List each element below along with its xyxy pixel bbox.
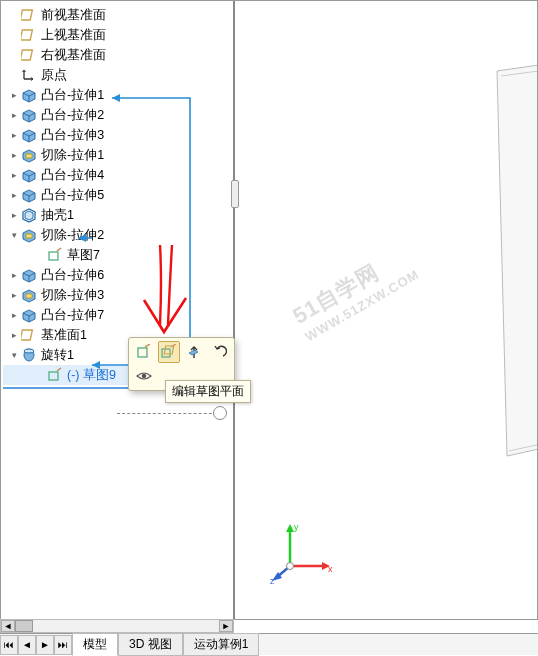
model-geometry xyxy=(487,61,537,461)
tree-label: 上视基准面 xyxy=(41,27,106,44)
plane-icon xyxy=(21,47,37,63)
chevron-right-icon[interactable]: ▸ xyxy=(9,190,19,200)
tree-item-cut[interactable]: ▾切除-拉伸2 xyxy=(3,225,233,245)
tree-item-boss[interactable]: ▸凸台-拉伸6 xyxy=(3,265,233,285)
tree-scroll-horizontal[interactable]: ◄ ► xyxy=(0,619,234,633)
chevron-right-icon[interactable]: ▸ xyxy=(9,90,19,100)
boss-extrude-icon xyxy=(21,167,37,183)
svg-rect-1 xyxy=(21,30,32,40)
sketch-icon xyxy=(47,247,63,263)
tree-item-cut[interactable]: ▸切除-拉伸3 xyxy=(3,285,233,305)
svg-rect-0 xyxy=(21,10,32,20)
undo-button[interactable] xyxy=(208,341,230,363)
tree-item-boss[interactable]: ▸凸台-拉伸3 xyxy=(3,125,233,145)
tree-item-plane[interactable]: 右视基准面 xyxy=(3,45,233,65)
chevron-right-icon[interactable]: ▸ xyxy=(9,290,19,300)
tree-label: 凸台-拉伸6 xyxy=(41,267,104,284)
chevron-right-icon[interactable]: ▸ xyxy=(9,170,19,180)
sketch-icon xyxy=(47,367,63,383)
plane-icon xyxy=(21,7,37,23)
tree-item-plane[interactable]: 上视基准面 xyxy=(3,25,233,45)
shell-icon xyxy=(21,207,37,223)
tree-item-shell[interactable]: ▸抽壳1 xyxy=(3,205,233,225)
tab-3d-view[interactable]: 3D 视图 xyxy=(118,633,183,656)
tree-label: 基准面1 xyxy=(41,327,87,344)
tree-label: 凸台-拉伸5 xyxy=(41,187,104,204)
tree-item-boss[interactable]: ▸凸台-拉伸2 xyxy=(3,105,233,125)
tree-label: 原点 xyxy=(41,67,67,84)
visibility-eye-button[interactable] xyxy=(133,365,155,387)
chevron-right-icon[interactable]: ▸ xyxy=(9,270,19,280)
tree-item-boss[interactable]: ▸凸台-拉伸4 xyxy=(3,165,233,185)
tab-nav-first[interactable]: ⏮ xyxy=(0,635,18,655)
tree-label: 切除-拉伸3 xyxy=(41,287,104,304)
tree-label: 旋转1 xyxy=(41,347,74,364)
chevron-down-icon[interactable]: ▾ xyxy=(9,350,19,360)
tree-item-boss[interactable]: ▸凸台-拉伸1 xyxy=(3,85,233,105)
chevron-right-icon[interactable]: ▸ xyxy=(9,310,19,320)
scroll-thumb[interactable] xyxy=(15,620,33,632)
tooltip: 编辑草图平面 xyxy=(165,380,251,403)
scroll-track[interactable] xyxy=(15,620,219,632)
tree-item-sketch[interactable]: 草图7 xyxy=(3,245,233,265)
tree-label: 凸台-拉伸7 xyxy=(41,307,104,324)
svg-point-14 xyxy=(142,374,147,379)
chevron-right-icon[interactable]: ▸ xyxy=(9,110,19,120)
tree-label: 切除-拉伸1 xyxy=(41,147,104,164)
expander-icon[interactable] xyxy=(9,30,19,40)
tree-label: 凸台-拉伸2 xyxy=(41,107,104,124)
tree-item-plane[interactable]: 前视基准面 xyxy=(3,5,233,25)
boss-extrude-icon xyxy=(21,307,37,323)
tree-label: 凸台-拉伸4 xyxy=(41,167,104,184)
boss-extrude-icon xyxy=(21,267,37,283)
tab-nav-prev[interactable]: ◄ xyxy=(18,635,36,655)
tab-motion-study[interactable]: 运动算例1 xyxy=(183,633,260,656)
tab-model[interactable]: 模型 xyxy=(72,633,118,656)
svg-rect-7 xyxy=(49,372,58,380)
svg-rect-13 xyxy=(164,346,173,354)
chevron-right-icon[interactable]: ▸ xyxy=(9,210,19,220)
tree-label: 前视基准面 xyxy=(41,7,106,24)
edit-sketch-button[interactable] xyxy=(133,341,155,363)
chevron-right-icon[interactable]: ▸ xyxy=(9,130,19,140)
tab-nav: ⏮ ◄ ► ⏭ xyxy=(0,635,72,655)
scroll-right-button[interactable]: ► xyxy=(219,620,233,632)
svg-marker-16 xyxy=(286,524,294,532)
normal-to-button[interactable] xyxy=(183,341,205,363)
tree-item-origin[interactable]: 原点 xyxy=(3,65,233,85)
expander-icon[interactable] xyxy=(9,10,19,20)
tree-label: (-) 草图9 xyxy=(67,367,116,384)
rollback-handle[interactable] xyxy=(213,406,227,420)
chevron-right-icon[interactable]: ▸ xyxy=(9,150,19,160)
chevron-right-icon[interactable]: ▸ xyxy=(9,330,19,340)
expander-icon[interactable] xyxy=(9,70,19,80)
tree-item-boss[interactable]: ▸凸台-拉伸5 xyxy=(3,185,233,205)
tree-label: 凸台-拉伸1 xyxy=(41,87,104,104)
svg-text:x: x xyxy=(328,564,333,574)
chevron-down-icon[interactable]: ▾ xyxy=(9,230,19,240)
splitter-handle[interactable] xyxy=(231,180,239,208)
svg-rect-4 xyxy=(21,330,32,340)
bottom-tab-bar: ⏮ ◄ ► ⏭ 模型 3D 视图 运动算例1 xyxy=(0,633,538,655)
svg-marker-8 xyxy=(497,61,537,456)
tree-item-cut[interactable]: ▸切除-拉伸1 xyxy=(3,145,233,165)
cut-extrude-icon xyxy=(21,287,37,303)
svg-rect-2 xyxy=(21,50,32,60)
scroll-left-button[interactable]: ◄ xyxy=(1,620,15,632)
svg-text:y: y xyxy=(294,522,299,532)
tree-label: 切除-拉伸2 xyxy=(41,227,104,244)
tab-nav-next[interactable]: ► xyxy=(36,635,54,655)
cut-extrude-icon xyxy=(21,147,37,163)
tree-item-boss[interactable]: ▸凸台-拉伸7 xyxy=(3,305,233,325)
boss-extrude-icon xyxy=(21,127,37,143)
expander-icon[interactable] xyxy=(9,50,19,60)
tab-nav-last[interactable]: ⏭ xyxy=(54,635,72,655)
svg-text:z: z xyxy=(270,576,275,586)
svg-rect-11 xyxy=(138,348,147,357)
feature-tree: 前视基准面 上视基准面 右视基准面 原点 ▸凸台-拉伸1 ▸凸台-拉伸2 ▸凸 xyxy=(1,1,233,389)
boss-extrude-icon xyxy=(21,87,37,103)
origin-icon xyxy=(21,67,37,83)
tree-label: 草图7 xyxy=(67,247,100,264)
edit-sketch-plane-button[interactable] xyxy=(158,341,180,363)
tree-label: 凸台-拉伸3 xyxy=(41,127,104,144)
